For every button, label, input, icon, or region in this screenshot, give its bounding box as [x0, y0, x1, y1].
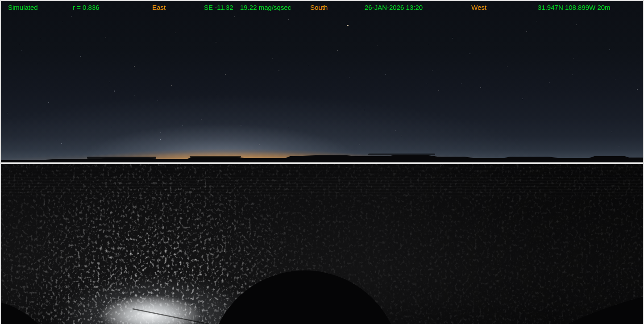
star — [428, 130, 428, 130]
allsky-viewer-window: Simulated r = 0.836 East SE -11.32 19.22… — [0, 0, 644, 324]
star — [448, 44, 448, 44]
ground-scene — [1, 164, 643, 324]
ground-panorama-panel — [1, 164, 643, 324]
star — [337, 50, 338, 51]
star — [216, 42, 216, 42]
star — [201, 119, 202, 120]
star — [469, 54, 470, 54]
star — [401, 136, 402, 136]
datetime-label: 26-JAN-2026 13:20 — [365, 4, 423, 12]
star — [637, 89, 638, 90]
star — [288, 19, 289, 20]
star — [225, 74, 226, 75]
sky-panorama-panel: Simulated r = 0.836 East SE -11.32 19.22… — [1, 1, 643, 162]
star — [7, 113, 8, 113]
star — [160, 139, 161, 140]
star — [402, 46, 402, 46]
star — [600, 98, 600, 98]
compass-south-label: South — [310, 4, 328, 12]
star — [563, 69, 563, 70]
star — [57, 141, 57, 141]
star — [241, 125, 241, 125]
star — [87, 15, 87, 15]
star — [349, 77, 349, 78]
star — [507, 66, 507, 67]
star — [364, 110, 365, 110]
star — [182, 125, 183, 126]
star — [377, 46, 378, 46]
star — [395, 130, 396, 131]
star — [171, 85, 172, 86]
star — [432, 71, 432, 71]
star — [109, 82, 110, 82]
star — [609, 50, 610, 50]
compass-east-label: East — [152, 4, 166, 12]
star — [40, 39, 41, 39]
star — [385, 74, 386, 75]
star — [71, 16, 72, 17]
star — [282, 35, 283, 35]
star — [427, 83, 427, 84]
star — [550, 127, 551, 127]
star — [160, 132, 161, 133]
star — [452, 109, 452, 109]
star — [21, 50, 22, 51]
star — [452, 38, 453, 38]
star — [175, 33, 176, 33]
star — [611, 132, 612, 132]
star — [272, 58, 273, 59]
star — [308, 65, 309, 65]
star — [576, 25, 577, 25]
star — [234, 17, 235, 17]
star — [526, 31, 527, 32]
site-location-label: 31.947N 108.899W 20m — [538, 4, 611, 12]
star — [522, 99, 523, 99]
star — [332, 20, 332, 20]
star — [158, 100, 158, 101]
star — [134, 95, 135, 96]
star — [321, 106, 322, 106]
star — [619, 146, 619, 146]
star — [557, 72, 558, 72]
star — [347, 25, 349, 26]
star — [278, 70, 279, 71]
star — [428, 44, 429, 44]
star — [480, 87, 481, 88]
star — [461, 83, 461, 84]
star — [536, 21, 537, 21]
star — [37, 64, 37, 64]
star — [19, 44, 20, 44]
star — [105, 37, 106, 37]
star — [114, 91, 115, 91]
star — [277, 87, 277, 87]
star — [549, 82, 550, 83]
star — [216, 94, 216, 94]
star — [572, 75, 573, 75]
star — [438, 90, 439, 91]
star — [359, 145, 360, 145]
star-field — [1, 1, 643, 162]
star — [473, 110, 473, 110]
mode-label: Simulated — [8, 4, 38, 12]
star — [62, 22, 62, 22]
sun-position-label: SE -11.32 — [204, 4, 233, 12]
star — [259, 145, 260, 145]
star — [48, 102, 49, 103]
star — [80, 56, 81, 57]
star — [573, 58, 573, 58]
star — [615, 79, 615, 79]
star — [351, 122, 352, 122]
sky-brightness-label: 19.22 mag/sqsec — [240, 4, 291, 12]
r-value-label: r = 0.836 — [73, 4, 100, 12]
star — [288, 127, 289, 127]
star — [134, 66, 135, 66]
star — [61, 143, 62, 144]
star — [111, 127, 112, 127]
compass-west-label: West — [471, 4, 486, 12]
